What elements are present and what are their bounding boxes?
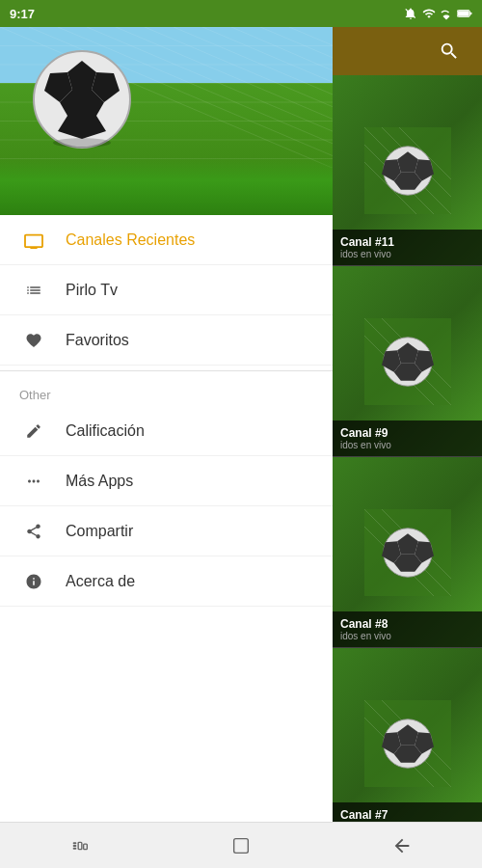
svg-rect-2 [458,11,469,15]
sidebar-item-favoritos[interactable]: Favoritos [0,315,333,366]
status-time: 9:17 [10,7,35,21]
more-apps-icon [19,467,48,496]
svg-line-50 [260,27,333,168]
section-divider [0,370,333,371]
sidebar-item-acerca-de[interactable]: Acerca de [0,556,333,607]
sidebar-item-pirlo-tv-label: Pirlo Tv [66,282,118,299]
heart-icon [19,326,48,355]
sidebar-item-acerca-de-label: Acerca de [66,573,135,590]
channel-card-1[interactable]: Canal #11 idos en vivo [333,75,482,266]
wifi-icon [422,7,436,20]
channel-card-2[interactable]: Canal #9 idos en vivo [333,266,482,457]
bottom-nav-bar [0,822,482,868]
status-icons [404,7,472,20]
hero-banner [0,27,333,215]
sidebar-item-canales-recientes[interactable]: Canales Recientes [0,215,333,265]
tv-icon [19,226,48,255]
sidebar-item-favoritos-label: Favoritos [66,332,129,349]
svg-rect-72 [234,838,249,853]
info-icon [19,567,48,596]
star-edit-icon [19,417,48,446]
svg-rect-69 [73,847,77,849]
channel-list: Canal #11 idos en vivo Canal #9 idos en … [333,75,482,839]
sidebar-item-calificacion[interactable]: Calificación [0,406,333,456]
battery-icon [457,9,472,18]
list-icon [19,276,48,305]
channel-subtitle-1: idos en vivo [340,249,474,259]
svg-rect-67 [73,842,77,844]
nav-section: Canales Recientes Pirlo Tv Favoritos Oth… [0,215,333,868]
channel-subtitle-3: idos en vivo [340,631,474,641]
channel-subtitle-2: idos en vivo [340,440,474,450]
sidebar-item-mas-apps-label: Más Apps [66,473,133,490]
sidebar-item-pirlo-tv[interactable]: Pirlo Tv [0,265,333,315]
share-icon [19,517,48,546]
channel-card-1-info: Canal #11 idos en vivo [333,230,482,265]
signal-icon [441,7,452,20]
sidebar-item-mas-apps[interactable]: Más Apps [0,456,333,506]
notifications-muted-icon [404,7,417,20]
svg-point-61 [53,138,111,148]
other-section-header: Other [0,376,333,406]
channel-title-2: Canal #9 [340,426,474,440]
recent-apps-button[interactable] [51,827,109,865]
svg-line-48 [202,27,333,168]
svg-rect-68 [73,845,77,847]
svg-line-46 [145,27,333,168]
svg-rect-1 [469,13,471,15]
home-button[interactable] [212,827,270,865]
navigation-drawer: Canales Recientes Pirlo Tv Favoritos Oth… [0,27,333,868]
channel-card-3[interactable]: Canal #8 idos en vivo [333,457,482,648]
sidebar-item-compartir[interactable]: Compartir [0,506,333,556]
channel-card-2-info: Canal #9 idos en vivo [333,420,482,456]
channel-title-4: Canal #7 [340,808,474,822]
channel-card-3-info: Canal #8 idos en vivo [333,611,482,647]
channel-card-4[interactable]: Canal #7 idos en vivo [333,648,482,839]
back-button[interactable] [373,827,431,865]
channel-title-3: Canal #8 [340,617,474,631]
sidebar-item-canales-recientes-label: Canales Recientes [66,231,195,249]
channel-title-1: Canal #11 [340,235,474,249]
sidebar-item-compartir-label: Compartir [66,523,133,540]
svg-rect-70 [78,842,82,849]
status-bar: 9:17 [0,0,482,27]
search-button[interactable] [432,34,467,68]
sidebar-item-calificacion-label: Calificación [66,422,145,440]
